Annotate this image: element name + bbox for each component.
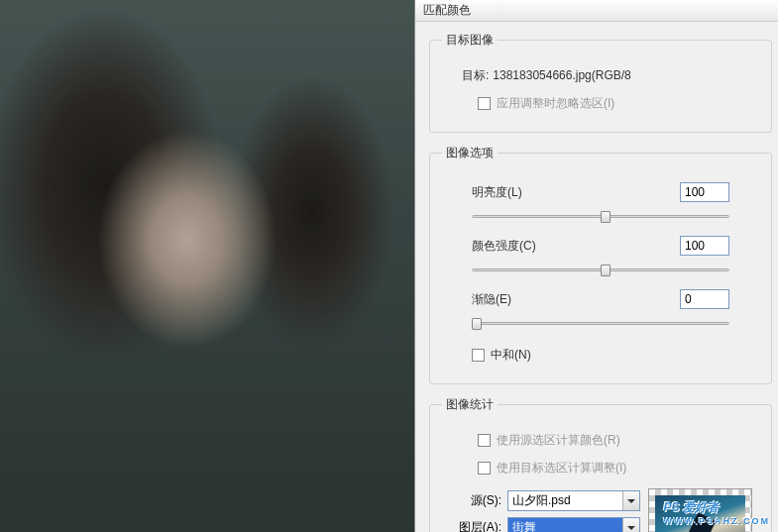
color-intensity-input[interactable]: 100 — [680, 236, 729, 256]
ignore-selection-checkbox[interactable] — [478, 97, 491, 110]
use-target-selection-label: 使用目标选区计算调整(I) — [497, 460, 626, 477]
image-options-group: 图像选项 明亮度(L) 100 颜色强度(C) 100 渐隐(E) 0 — [429, 145, 772, 384]
use-source-selection-checkbox[interactable] — [478, 434, 491, 447]
luminance-thumb[interactable] — [601, 211, 611, 223]
layer-value: 街舞 — [512, 519, 536, 532]
use-source-selection-label: 使用源选区计算颜色(R) — [497, 432, 620, 449]
portrait-image — [0, 0, 416, 532]
watermark-sub: WWW.PSAHZ.COM — [664, 516, 771, 526]
source-label: 源(S): — [442, 492, 501, 509]
fade-input[interactable]: 0 — [680, 289, 729, 309]
fade-slider[interactable] — [472, 316, 729, 332]
color-intensity-slider[interactable] — [472, 263, 729, 278]
neutralize-label: 中和(N) — [491, 347, 531, 364]
target-value: 138183054666.jpg(RGB/8 — [493, 68, 630, 82]
dialog-title: 匹配颜色 — [423, 2, 471, 19]
match-color-dialog: 匹配颜色 目标图像 目标: 138183054666.jpg(RGB/8 应用调… — [414, 0, 778, 532]
luminance-slider[interactable] — [472, 209, 729, 225]
watermark: PS 爱好者 WWW.PSAHZ.COM — [664, 495, 771, 526]
luminance-input[interactable]: 100 — [680, 182, 729, 202]
watermark-main: PS 爱好者 — [664, 500, 719, 514]
image-stats-legend: 图像统计 — [442, 396, 498, 413]
source-combo[interactable]: 山夕阳.psd — [507, 490, 640, 511]
slider-bar — [472, 322, 729, 325]
use-target-selection-checkbox[interactable] — [478, 462, 491, 475]
chevron-down-icon — [622, 518, 639, 532]
target-label: 目标: — [462, 67, 489, 84]
layer-label: 图层(A): — [442, 519, 501, 532]
layer-combo[interactable]: 街舞 — [507, 517, 640, 532]
luminance-label: 明亮度(L) — [472, 184, 561, 201]
neutralize-checkbox[interactable] — [472, 349, 485, 362]
target-image-group: 目标图像 目标: 138183054666.jpg(RGB/8 应用调整时忽略选… — [429, 32, 772, 133]
source-value: 山夕阳.psd — [512, 492, 571, 509]
target-image-legend: 目标图像 — [442, 32, 498, 49]
canvas-preview — [0, 0, 416, 532]
fade-label: 渐隐(E) — [472, 291, 561, 308]
image-options-legend: 图像选项 — [442, 145, 498, 161]
chevron-down-icon — [622, 491, 639, 510]
ignore-selection-label: 应用调整时忽略选区(I) — [497, 95, 614, 112]
color-intensity-thumb[interactable] — [601, 265, 611, 276]
color-intensity-label: 颜色强度(C) — [472, 238, 561, 255]
dialog-titlebar[interactable]: 匹配颜色 — [415, 0, 778, 22]
fade-thumb[interactable] — [472, 318, 482, 330]
